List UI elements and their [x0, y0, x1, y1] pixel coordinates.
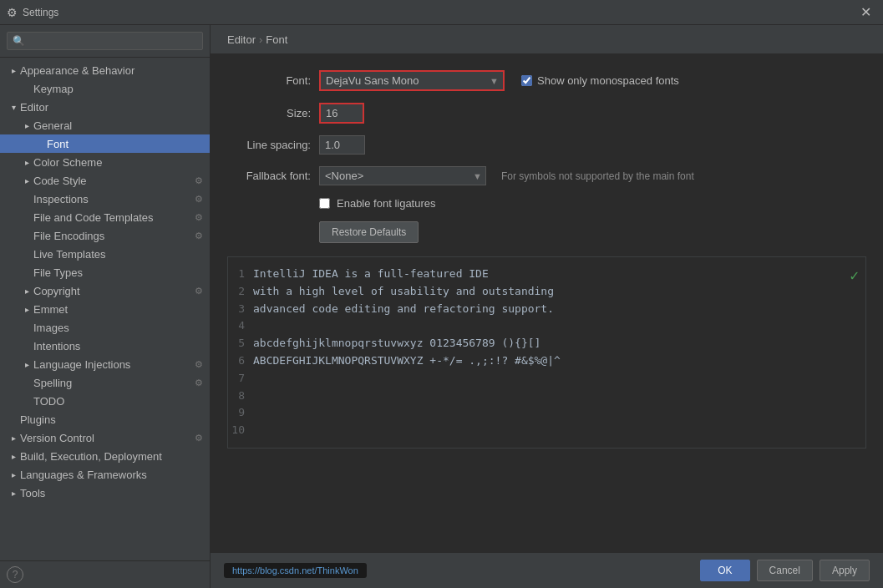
settings-icon-file-encodings: ⚙ — [195, 231, 203, 241]
sidebar-item-label-plugins: Plugins — [20, 413, 56, 426]
sidebar-item-language-injections[interactable]: Language Injections⚙ — [0, 355, 210, 373]
sidebar-item-copyright[interactable]: Copyright⚙ — [0, 281, 210, 300]
line-content: with a high level of usability and outst… — [253, 283, 554, 301]
line-content: ABCDEFGHIJKLMNOPQRSTUVWXYZ +-*/= .,;:!? … — [253, 352, 561, 370]
show-monospaced-checkbox[interactable] — [521, 75, 532, 86]
ok-button[interactable]: OK — [700, 560, 749, 581]
line-number: 9 — [228, 404, 253, 422]
cancel-button[interactable]: Cancel — [757, 560, 813, 581]
line-content: advanced code editing and refactoring su… — [253, 301, 554, 318]
url-badge: https://blog.csdn.net/ThinkWon — [224, 563, 367, 578]
preview-line: 9 — [228, 404, 865, 422]
breadcrumb: Editor › Font — [227, 33, 866, 46]
sidebar-item-label-copyright: Copyright — [33, 285, 80, 297]
settings-icon-copyright: ⚙ — [195, 286, 203, 297]
sidebar-item-label-images: Images — [33, 322, 69, 334]
sidebar-item-label-build-execution: Build, Execution, Deployment — [20, 450, 162, 463]
sidebar-item-file-encodings[interactable]: File Encodings⚙ — [0, 226, 210, 245]
title-bar-left: ⚙ Settings — [7, 6, 58, 19]
tree-arrow-language-injections — [20, 357, 33, 371]
tree-arrow-copyright — [20, 284, 33, 297]
sidebar-item-plugins[interactable]: Plugins — [0, 410, 210, 428]
sidebar-item-label-file-types: File Types — [33, 266, 83, 279]
sidebar-item-label-inspections: Inspections — [33, 193, 89, 205]
sidebar-item-live-templates[interactable]: Live Templates — [0, 245, 210, 263]
search-box — [0, 25, 210, 58]
line-number: 10 — [228, 422, 253, 439]
app-icon: ⚙ — [7, 6, 18, 19]
tree-arrow-editor — [7, 100, 20, 114]
line-number: 1 — [228, 266, 253, 283]
sidebar-item-label-color-scheme: Color Scheme — [33, 156, 102, 169]
sidebar-item-version-control[interactable]: Version Control⚙ — [0, 428, 210, 447]
size-input-container — [319, 103, 364, 124]
content-header: Editor › Font — [211, 25, 883, 53]
settings-icon-language-injections: ⚙ — [195, 359, 203, 370]
line-spacing-input[interactable] — [319, 135, 365, 155]
tree-arrow-general — [20, 119, 33, 132]
sidebar-item-build-execution[interactable]: Build, Execution, Deployment — [0, 447, 210, 465]
title-bar: ⚙ Settings ✕ — [0, 0, 883, 25]
monospaced-checkbox-row: Show only monospaced fonts — [521, 74, 679, 87]
sidebar-item-keymap[interactable]: Keymap — [0, 79, 210, 98]
show-monospaced-label: Show only monospaced fonts — [537, 74, 679, 87]
search-input[interactable] — [7, 32, 203, 50]
sidebar-item-editor[interactable]: Editor — [0, 98, 210, 116]
enable-ligatures-checkbox[interactable] — [319, 198, 330, 209]
preview-line: 10 — [228, 422, 865, 439]
sidebar-item-images[interactable]: Images — [0, 318, 210, 337]
font-label: Font: — [227, 74, 311, 87]
apply-button[interactable]: Apply — [820, 560, 870, 581]
help-button[interactable]: ? — [7, 566, 23, 583]
line-spacing-label: Line spacing: — [227, 139, 311, 151]
sidebar-item-inspections[interactable]: Inspections⚙ — [0, 190, 210, 208]
fallback-font-dropdown[interactable]: <None> Arial Consolas — [319, 166, 486, 185]
sidebar-item-file-code-templates[interactable]: File and Code Templates⚙ — [0, 208, 210, 226]
restore-defaults-button[interactable]: Restore Defaults — [319, 221, 419, 243]
sidebar-item-emmet[interactable]: Emmet — [0, 300, 210, 318]
preview-line: 4 — [228, 317, 865, 335]
sidebar-item-languages-frameworks[interactable]: Languages & Frameworks — [0, 465, 210, 484]
sidebar-item-spelling[interactable]: Spelling⚙ — [0, 373, 210, 392]
size-input[interactable] — [321, 104, 363, 122]
preview-line: 5abcdefghijklmnopqrstuvwxyz 0123456789 (… — [228, 335, 865, 352]
bottom-bar: https://blog.csdn.net/ThinkWon OK Cancel… — [211, 552, 883, 588]
sidebar-item-general[interactable]: General — [0, 116, 210, 134]
sidebar-item-code-style[interactable]: Code Style⚙ — [0, 171, 210, 190]
line-number: 4 — [228, 317, 253, 335]
sidebar-item-label-file-encodings: File Encodings — [33, 230, 104, 242]
fallback-font-label: Fallback font: — [227, 170, 311, 182]
sidebar-item-font[interactable]: Font — [0, 134, 210, 153]
line-content: abcdefghijklmnopqrstuvwxyz 0123456789 ()… — [253, 335, 540, 352]
sidebar-item-file-types[interactable]: File Types — [0, 263, 210, 281]
font-dropdown[interactable]: DejaVu Sans Mono Consolas Courier New Fi… — [321, 72, 503, 89]
sidebar-item-label-file-code-templates: File and Code Templates — [33, 211, 154, 224]
content-body: Font: DejaVu Sans Mono Consolas Courier … — [211, 53, 883, 552]
tree-arrow-languages-frameworks — [7, 468, 20, 481]
close-button[interactable]: ✕ — [855, 3, 876, 22]
bottom-bar-inner: https://blog.csdn.net/ThinkWon OK Cancel… — [224, 560, 870, 581]
sidebar-item-label-intentions: Intentions — [33, 340, 80, 352]
preview-line: 7 — [228, 370, 865, 388]
tree-arrow-version-control — [7, 431, 20, 444]
check-icon: ✓ — [850, 264, 859, 288]
sidebar-item-todo[interactable]: TODO — [0, 392, 210, 410]
sidebar-item-color-scheme[interactable]: Color Scheme — [0, 153, 210, 171]
sidebar-item-label-live-templates: Live Templates — [33, 248, 105, 261]
enable-ligatures-label: Enable font ligatures — [337, 197, 436, 210]
sidebar-item-tools[interactable]: Tools — [0, 484, 210, 502]
line-number: 7 — [228, 370, 253, 388]
preview-line: 2with a high level of usability and outs… — [228, 283, 865, 301]
fallback-font-hint: For symbols not supported by the main fo… — [501, 170, 694, 182]
sidebar-item-label-language-injections: Language Injections — [33, 358, 130, 371]
line-number: 6 — [228, 352, 253, 370]
tree-arrow-color-scheme — [20, 155, 33, 169]
sidebar-item-label-todo: TODO — [33, 395, 64, 408]
breadcrumb-part-2: Font — [266, 33, 287, 46]
sidebar-item-label-font: Font — [47, 138, 69, 150]
sidebar-item-appearance[interactable]: Appearance & Behavior — [0, 61, 210, 79]
sidebar-item-intentions[interactable]: Intentions — [0, 337, 210, 355]
line-spacing-row: Line spacing: — [227, 135, 866, 155]
sidebar-item-label-editor: Editor — [20, 101, 48, 114]
sidebar-item-label-general: General — [33, 119, 72, 132]
